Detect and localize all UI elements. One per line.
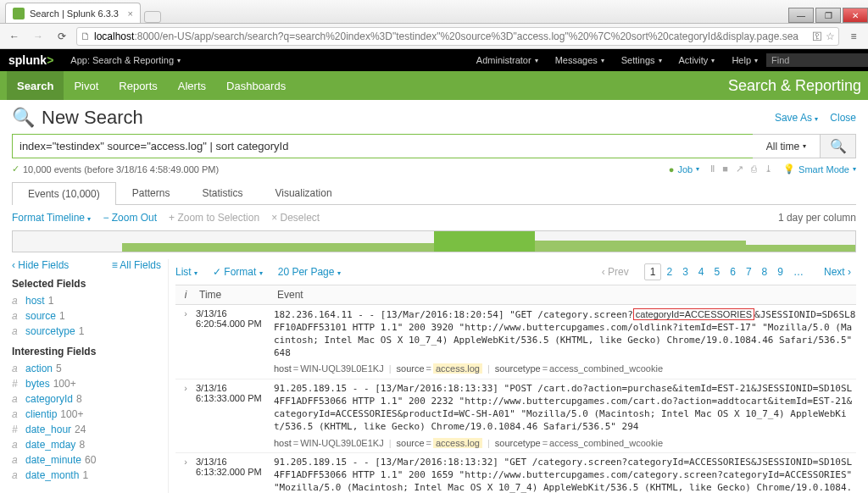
pager-page-…[interactable]: … <box>788 264 809 280</box>
save-as-link[interactable]: Save As ▾ <box>775 112 818 124</box>
field-clientip[interactable]: aclientip 100+ <box>12 407 161 422</box>
event-table-header: i Time Event <box>175 285 856 305</box>
col-event: Event <box>274 285 856 304</box>
help-menu[interactable]: Help▾ <box>723 55 766 65</box>
event-raw[interactable]: 91.205.189.15 - - [13/Mar/2016:18:13:32]… <box>274 457 856 493</box>
pager-page-7[interactable]: 7 <box>741 264 757 280</box>
selected-fields-header: Selected Fields <box>12 278 161 290</box>
expand-icon[interactable]: › <box>175 308 196 375</box>
messages-menu[interactable]: Messages▾ <box>547 55 613 65</box>
field-bytes[interactable]: #bytes 100+ <box>12 376 161 391</box>
key-icon[interactable]: ⚿ <box>812 30 822 42</box>
nav-search[interactable]: Search <box>7 71 64 100</box>
field-date_minute[interactable]: adate_minute 60 <box>12 452 161 468</box>
browser-menu-button[interactable]: ≡ <box>844 30 863 42</box>
per-page[interactable]: 20 Per Page ▾ <box>278 266 341 278</box>
zoom-to-selection: + Zoom to Selection <box>169 212 259 224</box>
close-link[interactable]: Close <box>830 112 856 124</box>
interesting-fields-header: Interesting Fields <box>12 346 161 357</box>
bulb-icon: 💡 <box>783 163 795 174</box>
pause-icon[interactable]: Ⅱ <box>710 163 715 174</box>
timeline-chart[interactable] <box>12 230 856 252</box>
hide-fields[interactable]: ‹ Hide Fields <box>12 259 69 271</box>
reload-button[interactable]: ⟳ <box>53 27 71 46</box>
time-range-picker[interactable]: All time▾ <box>753 134 821 158</box>
field-host[interactable]: ahost 1 <box>12 293 161 308</box>
browser-tab[interactable]: Search | Splunk 6.3.3 × <box>5 3 141 23</box>
pager-page-6[interactable]: 6 <box>725 264 741 280</box>
field-source[interactable]: asource 1 <box>12 308 161 324</box>
admin-menu[interactable]: Administrator▾ <box>468 55 547 65</box>
maximize-button[interactable]: ❐ <box>815 8 841 23</box>
event-time: 3/13/166:13:32.000 PM <box>196 457 274 493</box>
pager-page-4[interactable]: 4 <box>693 264 709 280</box>
export-icon[interactable]: ⤓ <box>765 163 772 174</box>
pager-page-2[interactable]: 2 <box>661 264 677 280</box>
browser-tab-strip: Search | Splunk 6.3.3 × — ❐ ✕ <box>0 0 868 24</box>
col-expand: i <box>175 285 196 304</box>
field-categoryId[interactable]: acategoryId 8 <box>12 391 161 407</box>
close-icon[interactable]: × <box>128 8 133 19</box>
new-tab-button[interactable] <box>144 11 161 23</box>
pager-page-9[interactable]: 9 <box>772 264 788 280</box>
activity-menu[interactable]: Activity▾ <box>670 55 724 65</box>
app-selector[interactable]: App: Search & Reporting▾ <box>62 55 189 65</box>
search-button[interactable]: 🔍 <box>821 134 856 158</box>
field-date_month[interactable]: adate_month 1 <box>12 468 161 483</box>
event-raw[interactable]: 182.236.164.11 - - [13/Mar/2016:18:20:54… <box>274 308 856 375</box>
format-menu[interactable]: ✓ Format ▾ <box>213 266 263 278</box>
address-bar[interactable]: 🗋 localhost :8000/en-US/app/search/searc… <box>76 27 839 46</box>
app-title: Search & Reporting <box>728 77 861 95</box>
nav-pivot[interactable]: Pivot <box>64 71 108 100</box>
field-action[interactable]: aaction 5 <box>12 361 161 376</box>
expand-icon[interactable]: › <box>175 383 196 449</box>
star-icon[interactable]: ☆ <box>826 30 835 42</box>
fields-sidebar: ‹ Hide Fields ≡ All Fields Selected Fiel… <box>12 259 169 493</box>
format-timeline[interactable]: Format Timeline ▾ <box>12 212 91 224</box>
nav-reports[interactable]: Reports <box>108 71 168 100</box>
minimize-button[interactable]: — <box>788 8 814 23</box>
job-menu[interactable]: ●Job▾ <box>669 164 699 174</box>
all-fields[interactable]: ≡ All Fields <box>112 259 161 271</box>
pager: ‹ Prev 123456789… Next › <box>597 264 856 280</box>
pager-page-8[interactable]: 8 <box>757 264 773 280</box>
url-path: :8000/en-US/app/search/search?q=search%2… <box>134 30 798 42</box>
expand-icon[interactable]: › <box>175 457 196 493</box>
event-row: ›3/13/166:13:33.000 PM91.205.189.15 - - … <box>175 379 856 453</box>
col-time[interactable]: Time <box>196 285 274 304</box>
field-sourcetype[interactable]: asourcetype 1 <box>12 324 161 339</box>
check-icon: ✓ <box>12 163 19 174</box>
zoom-out[interactable]: − Zoom Out <box>103 212 157 224</box>
find-input[interactable]: Find <box>766 53 868 67</box>
share-icon[interactable]: ↗ <box>736 163 743 174</box>
pager-page-3[interactable]: 3 <box>677 264 693 280</box>
event-raw[interactable]: 91.205.189.15 - - [13/Mar/2016:18:13:33]… <box>274 383 856 449</box>
stop-icon[interactable]: ■ <box>722 163 728 174</box>
browser-toolbar: ← → ⟳ 🗋 localhost :8000/en-US/app/search… <box>0 24 868 49</box>
tab-visualization[interactable]: Visualization <box>259 181 348 204</box>
pager-page-5[interactable]: 5 <box>709 264 726 280</box>
smart-mode[interactable]: 💡Smart Mode▾ <box>783 163 856 174</box>
list-view[interactable]: List ▾ <box>175 266 198 278</box>
tab-statistics[interactable]: Statistics <box>186 181 259 204</box>
print-icon[interactable]: ⎙ <box>751 163 757 174</box>
result-count: 10,000 events (before 3/18/16 4:58:49.00… <box>23 164 219 174</box>
tab-events[interactable]: Events (10,000) <box>12 182 116 205</box>
event-row: ›3/13/166:20:54.000 PM182.236.164.11 - -… <box>175 305 856 379</box>
pager-page-1[interactable]: 1 <box>644 263 662 280</box>
nav-alerts[interactable]: Alerts <box>168 71 216 100</box>
splunk-logo[interactable]: splunk> <box>0 53 62 67</box>
tab-patterns[interactable]: Patterns <box>116 181 186 204</box>
pager-next[interactable]: Next › <box>819 264 856 280</box>
window-close-button[interactable]: ✕ <box>843 8 868 23</box>
search-input[interactable]: index="testindex" source="access.log" | … <box>12 134 753 158</box>
app-nav: Search Pivot Reports Alerts Dashboards S… <box>0 71 868 100</box>
back-button[interactable]: ← <box>5 27 24 46</box>
event-time: 3/13/166:13:33.000 PM <box>196 383 274 449</box>
forward-button[interactable]: → <box>29 27 47 46</box>
field-date_mday[interactable]: adate_mday 8 <box>12 437 161 452</box>
nav-dashboards[interactable]: Dashboards <box>216 71 296 100</box>
field-date_hour[interactable]: #date_hour 24 <box>12 422 161 437</box>
pager-prev: ‹ Prev <box>597 264 634 280</box>
settings-menu[interactable]: Settings▾ <box>613 55 670 65</box>
